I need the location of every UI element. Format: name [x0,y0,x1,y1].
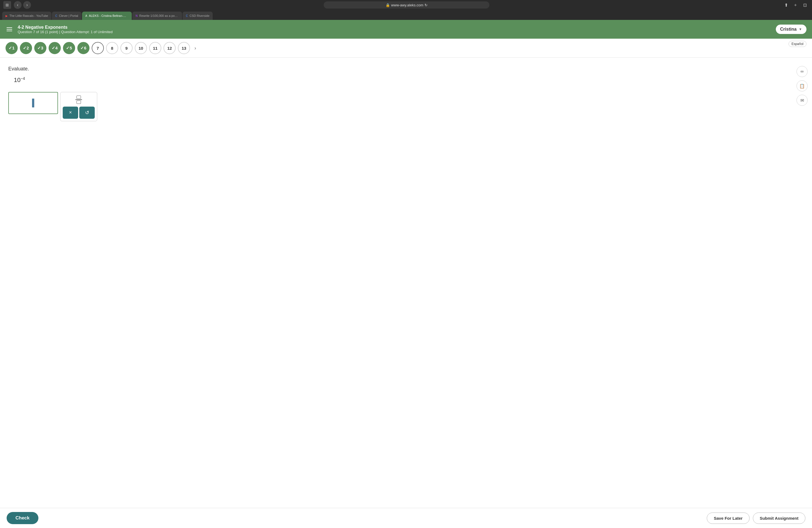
tab-rewrite-label: Rewrite 1/100,000 as a power of 10. [139,14,179,17]
infinity-tool-button[interactable]: ∞ [797,66,808,77]
notes-icon: 📋 [799,84,805,89]
message-icon: ✉ [800,98,804,103]
tab-aleks[interactable]: A ALEKS - Cristina Beltran-Giudice - 4-2… [82,12,132,20]
answer-area: × ↺ [8,92,804,121]
hamburger-line-2 [6,29,12,30]
hamburger-line-1 [6,27,12,28]
right-icons: ∞ 📋 ✉ [797,66,808,106]
url-text: www-awy.aleks.com [391,3,423,7]
share-button[interactable]: ⬆ [782,1,790,9]
text-cursor [32,99,34,107]
rewrite-favicon: N [135,14,137,17]
hamburger-menu-button[interactable] [5,26,13,32]
question-bubble-10[interactable]: 10 [135,42,147,54]
lock-icon: 🔒 [386,3,390,7]
app-header-left: 4-2 Negative Exponents Question 7 of 16 … [5,25,113,34]
user-name: Cristina [780,27,797,32]
main-content: Evaluate. 10−4 × ↺ [0,58,812,520]
aleks-favicon: A [85,14,87,17]
tab-csd[interactable]: C CSD Riverside [183,12,213,20]
assignment-title: 4-2 Negative Exponents [18,25,113,30]
notes-button[interactable]: 📋 [797,80,808,91]
tab-rewrite[interactable]: N Rewrite 1/100,000 as a power of 10. [132,12,182,20]
question-bubble-5[interactable]: ✓5 [63,42,75,54]
nav-next-arrow[interactable]: › [192,44,198,52]
fraction-denominator-box [76,101,81,104]
hamburger-line-3 [6,31,12,31]
forward-button[interactable]: › [23,1,31,9]
question-bubble-3[interactable]: ✓3 [34,42,46,54]
answer-input-box[interactable] [8,92,58,114]
refresh-icon[interactable]: ↻ [424,3,427,7]
question-nav: ✓1 ✓2 ✓3 ✓4 ✓5 ✓6 7 8 9 10 11 12 13 › Es… [0,39,812,58]
tab-clever-label: Clever | Portal [59,14,78,17]
app-header: 4-2 Negative Exponents Question 7 of 16 … [0,20,812,39]
footer-right-buttons: Save For Later Submit Assignment [707,513,806,524]
browser-controls: ⊞ ‹ › [3,1,31,9]
question-bubble-2[interactable]: ✓2 [20,42,32,54]
fraction-line [75,99,82,100]
save-for-later-button[interactable]: Save For Later [707,513,749,524]
fraction-tool-panel: × ↺ [60,92,97,121]
question-bubble-8[interactable]: 8 [106,42,118,54]
browser-actions: ⬆ ＋ ⊡ [782,1,809,9]
math-expression: 10−4 [14,76,804,84]
infinity-icon: ∞ [800,69,803,74]
fraction-numerator-box [76,96,81,99]
undo-button[interactable]: ↺ [79,107,95,119]
check-button[interactable]: Check [6,512,39,524]
question-prompt: Evaluate. [8,66,804,72]
espanol-button[interactable]: Español [788,41,807,47]
tabs-overview-button[interactable]: ⊡ [801,1,809,9]
tab-csd-label: CSD Riverside [189,14,209,17]
csd-favicon: C [186,14,188,17]
message-button[interactable]: ✉ [797,95,808,106]
question-bubble-4[interactable]: ✓4 [48,42,61,54]
youtube-favicon: ▶ [5,14,8,17]
fraction-symbol [63,94,95,105]
tab-aleks-label: ALEKS - Cristina Beltran-Giudice - 4-2 N… [89,14,128,17]
clear-button[interactable]: × [63,107,78,119]
back-button[interactable]: ‹ [14,1,21,9]
header-title: 4-2 Negative Exponents Question 7 of 16 … [18,25,113,34]
question-info: Question 7 of 16 (1 point) | Question At… [18,30,113,34]
tab-youtube-label: The Little Rascals - YouTube [10,14,48,17]
address-bar[interactable]: 🔒 www-awy.aleks.com ↻ [324,1,489,9]
submit-assignment-button[interactable]: Submit Assignment [753,513,806,524]
question-bubble-1[interactable]: ✓1 [5,42,18,54]
user-menu-button[interactable]: Cristina ▼ [776,25,807,34]
tab-clever[interactable]: C Clever | Portal [52,12,82,20]
question-bubble-9[interactable]: 9 [120,42,133,54]
tabs-bar: ▶ The Little Rascals - YouTube C Clever … [0,10,812,20]
sidebar-toggle-button[interactable]: ⊞ [3,1,11,9]
expression-base: 10 [14,76,20,84]
new-tab-button[interactable]: ＋ [792,1,799,9]
question-bubble-6[interactable]: ✓6 [77,42,89,54]
tool-buttons: × ↺ [63,107,95,119]
question-bubble-13[interactable]: 13 [178,42,190,54]
app-container: 4-2 Negative Exponents Question 7 of 16 … [0,20,812,528]
expression-exponent: −4 [20,76,25,80]
clever-favicon: C [55,14,57,17]
question-bubble-12[interactable]: 12 [163,42,176,54]
question-bubble-7[interactable]: 7 [92,42,104,54]
tab-youtube[interactable]: ▶ The Little Rascals - YouTube [2,12,52,20]
question-bubble-11[interactable]: 11 [149,42,161,54]
browser-titlebar: ⊞ ‹ › 🔒 www-awy.aleks.com ↻ ⬆ ＋ ⊡ [0,0,812,10]
chevron-down-icon: ▼ [799,27,802,31]
app-footer: Check Save For Later Submit Assignment [0,508,812,528]
